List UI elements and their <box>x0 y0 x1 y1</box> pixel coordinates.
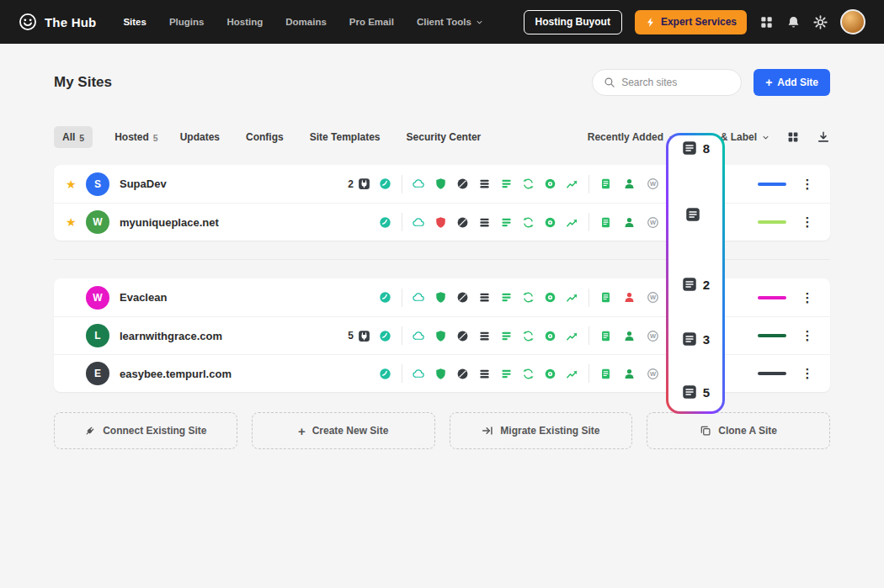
analytics-chart-icon[interactable] <box>566 368 578 380</box>
row-menu-kebab-icon[interactable]: ⋮ <box>796 366 818 381</box>
search-input[interactable] <box>621 77 730 88</box>
performance-slash-circle-icon[interactable] <box>456 330 469 342</box>
cloud-icon[interactable] <box>413 216 425 229</box>
tab-hosted[interactable]: Hosted5 <box>114 131 158 143</box>
shield-icon[interactable] <box>434 216 447 229</box>
tab-configs[interactable]: Configs <box>246 131 288 143</box>
document-icon[interactable] <box>599 177 612 190</box>
wordpress-icon[interactable] <box>647 368 659 380</box>
user-icon[interactable] <box>623 216 636 229</box>
wordpress-icon[interactable] <box>647 330 659 342</box>
migrate-existing-site-button[interactable]: Migrate Existing Site <box>450 412 633 449</box>
nav-item-plugins[interactable]: Plugins <box>169 17 205 27</box>
site-name[interactable]: learnwithgrace.com <box>120 330 322 342</box>
site-avatar[interactable]: W <box>86 286 109 310</box>
document-icon[interactable] <box>599 291 612 304</box>
seo-target-icon[interactable] <box>544 330 556 342</box>
pages-count-cell[interactable]: 8 <box>666 138 725 158</box>
backup-sync-icon[interactable] <box>522 330 535 342</box>
seo-target-icon[interactable] <box>544 216 556 229</box>
wordpress-icon[interactable] <box>647 216 659 229</box>
database-stack-icon[interactable] <box>478 177 491 190</box>
optimize-bars-icon[interactable] <box>500 216 513 229</box>
document-icon[interactable] <box>599 330 612 342</box>
nav-item-pro-email[interactable]: Pro Email <box>349 17 394 27</box>
shield-icon[interactable] <box>434 368 447 380</box>
database-stack-icon[interactable] <box>478 330 491 342</box>
plugin-badge-icon[interactable] <box>358 330 370 342</box>
hub-brand[interactable]: The Hub <box>19 13 96 31</box>
site-avatar[interactable]: W <box>86 210 109 234</box>
pages-count-cell[interactable]: 3 <box>666 329 725 349</box>
star-icon[interactable]: ★ <box>66 177 86 191</box>
row-menu-kebab-icon[interactable]: ⋮ <box>796 290 818 305</box>
analytics-chart-icon[interactable] <box>566 216 578 229</box>
user-icon[interactable] <box>623 368 636 380</box>
backup-sync-icon[interactable] <box>522 368 535 380</box>
nav-item-domains[interactable]: Domains <box>285 17 327 27</box>
hosting-status-icon[interactable] <box>379 291 391 304</box>
connect-existing-site-button[interactable]: Connect Existing Site <box>54 412 237 449</box>
nav-item-hosting[interactable]: Hosting <box>226 17 263 27</box>
performance-slash-circle-icon[interactable] <box>456 216 469 229</box>
hosting-buyout-button[interactable]: Hosting Buyout <box>524 10 622 34</box>
apps-grid-icon[interactable] <box>759 15 774 29</box>
shield-icon[interactable] <box>434 330 447 342</box>
tab-all[interactable]: All5 <box>54 126 93 148</box>
user-icon[interactable] <box>623 291 636 304</box>
analytics-chart-icon[interactable] <box>566 177 578 190</box>
optimize-bars-icon[interactable] <box>500 368 513 380</box>
cloud-icon[interactable] <box>413 291 425 304</box>
notifications-bell-icon[interactable] <box>786 15 801 29</box>
clone-a-site-button[interactable]: Clone A Site <box>647 412 830 449</box>
seo-target-icon[interactable] <box>544 291 556 304</box>
seo-target-icon[interactable] <box>544 177 556 190</box>
cloud-icon[interactable] <box>413 177 425 190</box>
user-icon[interactable] <box>623 330 636 342</box>
backup-sync-icon[interactable] <box>522 216 535 229</box>
seo-target-icon[interactable] <box>544 368 556 380</box>
cloud-icon[interactable] <box>413 330 425 342</box>
search-box[interactable] <box>592 69 742 96</box>
site-name[interactable]: SupaDev <box>120 177 322 190</box>
optimize-bars-icon[interactable] <box>500 177 513 190</box>
performance-slash-circle-icon[interactable] <box>456 177 469 190</box>
shield-icon[interactable] <box>434 177 447 190</box>
nav-item-client-tools[interactable]: Client Tools <box>417 17 483 27</box>
analytics-chart-icon[interactable] <box>566 291 578 304</box>
add-site-button[interactable]: + Add Site <box>754 69 830 96</box>
row-menu-kebab-icon[interactable]: ⋮ <box>796 177 818 192</box>
hosting-status-icon[interactable] <box>379 368 391 380</box>
site-avatar[interactable]: S <box>86 172 109 196</box>
database-stack-icon[interactable] <box>478 291 491 304</box>
row-menu-kebab-icon[interactable]: ⋮ <box>796 328 818 343</box>
row-menu-kebab-icon[interactable]: ⋮ <box>796 215 818 230</box>
site-avatar[interactable]: E <box>86 362 109 385</box>
optimize-bars-icon[interactable] <box>500 330 513 342</box>
hosting-status-icon[interactable] <box>379 330 391 342</box>
site-name[interactable]: Evaclean <box>120 291 322 304</box>
performance-slash-circle-icon[interactable] <box>456 368 469 380</box>
tab-site-templates[interactable]: Site Templates <box>310 131 385 143</box>
backup-sync-icon[interactable] <box>522 177 535 190</box>
backup-sync-icon[interactable] <box>522 291 535 304</box>
plugin-badge-icon[interactable] <box>358 177 370 190</box>
shield-icon[interactable] <box>434 291 447 304</box>
user-avatar[interactable] <box>840 9 865 34</box>
star-icon[interactable]: ★ <box>66 215 86 229</box>
document-icon[interactable] <box>599 216 612 229</box>
site-avatar[interactable]: L <box>86 324 109 347</box>
pages-count-cell[interactable] <box>666 204 725 225</box>
analytics-chart-icon[interactable] <box>566 330 578 342</box>
expert-services-button[interactable]: Expert Services <box>635 10 747 34</box>
optimize-bars-icon[interactable] <box>500 291 513 304</box>
site-name[interactable]: myuniqueplace.net <box>120 216 322 229</box>
document-icon[interactable] <box>599 368 612 380</box>
hosting-status-icon[interactable] <box>379 216 391 229</box>
settings-gear-icon[interactable] <box>813 15 828 29</box>
pages-count-cell[interactable]: 2 <box>666 274 725 294</box>
cloud-icon[interactable] <box>413 368 425 380</box>
tab-security-center[interactable]: Security Center <box>407 131 486 143</box>
pages-count-cell[interactable]: 5 <box>666 382 725 402</box>
database-stack-icon[interactable] <box>478 216 491 229</box>
